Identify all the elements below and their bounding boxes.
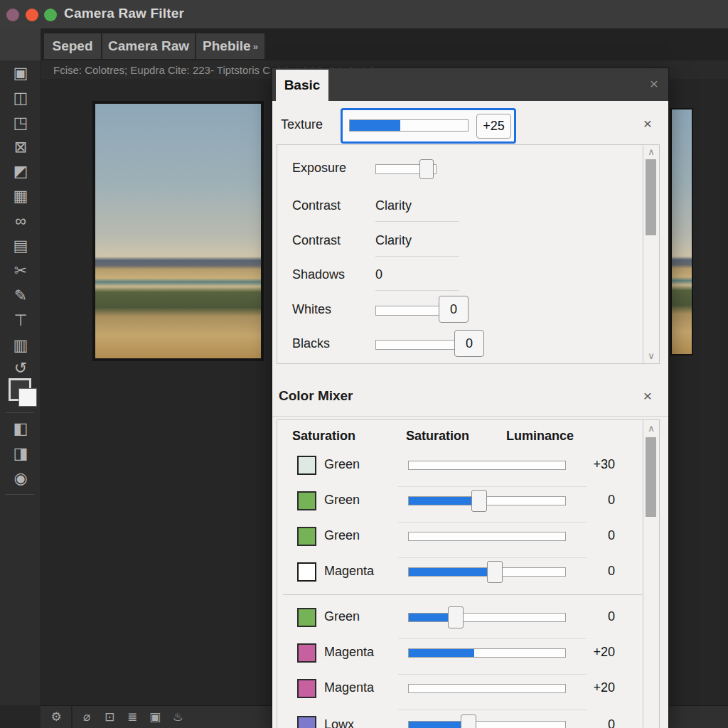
contrast-label: Contrast	[292, 233, 341, 248]
mixer-row: Green +30	[277, 448, 643, 483]
scroll-down-icon[interactable]: ∨	[643, 350, 659, 362]
column-saturation-1: Saturation	[292, 429, 355, 444]
mixer-slider-track[interactable]	[408, 613, 566, 622]
link-tool[interactable]: ∞	[7, 210, 34, 232]
color-swatch[interactable]	[297, 562, 316, 582]
texture-value-box[interactable]: +25	[476, 114, 511, 139]
mixer-slider-track[interactable]	[408, 648, 566, 658]
mixer-row: Green 0	[277, 519, 643, 555]
mixer-row-label: Magenta	[324, 564, 374, 579]
dialog-close-icon[interactable]: ×	[646, 76, 662, 92]
scrollbar-thumb[interactable]	[646, 159, 656, 235]
window-close-light[interactable]	[26, 9, 38, 21]
color-mixer-scrollbar[interactable]: ∧	[643, 420, 659, 728]
mixer-row-label: Green	[324, 493, 360, 508]
frame-tool[interactable]: ▦	[7, 186, 34, 207]
color-swatch[interactable]	[297, 643, 316, 663]
color-swatch[interactable]	[297, 716, 316, 728]
exposure-label: Exposure	[292, 161, 346, 176]
panel-notch	[0, 28, 41, 61]
mixer-slider-fill	[409, 568, 495, 576]
tab-seped[interactable]: Seped	[44, 33, 102, 59]
table-tool[interactable]: ▤	[7, 235, 34, 257]
layers-icon[interactable]: ◧	[7, 418, 34, 439]
preview-image[interactable]	[92, 101, 264, 361]
whites-value-box[interactable]: 0	[439, 296, 469, 323]
mixer-slider-track[interactable]	[408, 496, 566, 505]
texture-slider-focus-box[interactable]: +25	[341, 108, 516, 144]
gear-icon[interactable]: ⚙	[48, 709, 65, 726]
texture-label: Texture	[281, 117, 323, 132]
slice-tool[interactable]: ◩	[7, 161, 34, 182]
lasso-tool[interactable]: ✂	[7, 260, 34, 282]
section-separator	[283, 594, 642, 595]
basic-panel-tab[interactable]: Basic	[276, 70, 328, 101]
tab-dropdown-arrow-icon: »	[253, 41, 258, 52]
mixer-slider-fill	[409, 722, 469, 728]
color-swatch[interactable]	[297, 679, 316, 698]
tab-phebile[interactable]: Phebile »	[196, 33, 266, 59]
mixer-slider-track[interactable]	[408, 532, 566, 541]
window-zoom-light[interactable]	[44, 9, 57, 21]
mixer-row-value: 0	[558, 609, 615, 624]
mixer-slider-handle[interactable]	[487, 561, 503, 583]
crop-tool[interactable]: ⊠	[7, 136, 34, 158]
color-mixer-close-icon[interactable]: ×	[640, 388, 655, 404]
tab-phebile-label: Phebile	[203, 38, 251, 54]
contrast-label: Contrast	[292, 198, 341, 213]
camera-raw-filter-window: Camera Raw Filter Seped Camera Raw Phebi…	[0, 0, 728, 728]
rotate-tool[interactable]: ↺	[7, 358, 34, 379]
marquee-tool[interactable]: ◳	[7, 112, 34, 134]
preview-image-partial	[670, 108, 693, 355]
row-separator	[375, 256, 459, 257]
color-swatch[interactable]	[297, 491, 316, 510]
sidebar-divider	[6, 494, 34, 495]
pen-tool[interactable]: ✎	[7, 285, 34, 306]
color-swatch[interactable]	[297, 608, 316, 627]
window-minimize-light[interactable]	[6, 9, 19, 21]
display-icon[interactable]: ⊡	[101, 709, 118, 726]
title-bar: Camera Raw Filter	[0, 0, 728, 28]
exposure-slider-handle[interactable]	[419, 159, 434, 179]
type-tool[interactable]: ⊤	[7, 310, 34, 331]
mixer-slider-track[interactable]	[408, 721, 566, 728]
mixer-slider-track[interactable]	[408, 461, 566, 470]
move-tool[interactable]: ▣	[7, 63, 34, 84]
mixer-slider-fill	[409, 497, 479, 505]
link-icon[interactable]: ⌀	[78, 709, 95, 726]
row-separator	[375, 221, 459, 222]
scrollbar-thumb[interactable]	[646, 437, 656, 517]
mixer-row: Green 0	[277, 483, 643, 519]
mixer-row-label: Green	[324, 609, 360, 624]
mixer-slider-handle[interactable]	[471, 490, 487, 512]
texture-close-icon[interactable]: ×	[640, 116, 655, 132]
mixer-slider-handle[interactable]	[461, 714, 476, 728]
mixer-slider-track[interactable]	[408, 684, 566, 693]
artboard-tool[interactable]: ◫	[7, 87, 34, 109]
copy-icon[interactable]: ◨	[7, 443, 34, 464]
background-color-swatch[interactable]	[18, 388, 37, 407]
texture-slider-track[interactable]	[349, 119, 469, 132]
tool-sidebar: ▣ ◫ ◳ ⊠ ◩ ▦ ∞ ▤ ✂ ✎ ⊤ ▥ ↺ ◧ ◨ ◉	[0, 60, 41, 705]
color-mixer-title: Color Mixer	[279, 388, 353, 404]
bottom-bar-divider	[71, 706, 73, 728]
window-title: Camera Raw Filter	[64, 6, 184, 21]
mixer-slider-handle[interactable]	[448, 606, 464, 628]
scroll-up-icon[interactable]: ∧	[643, 423, 659, 434]
image-icon[interactable]: ▣	[146, 709, 164, 726]
mask-icon[interactable]: ◉	[7, 468, 34, 489]
tab-camera-raw[interactable]: Camera Raw	[102, 33, 196, 59]
grid-tool[interactable]: ▥	[7, 335, 34, 356]
scroll-up-icon[interactable]: ∧	[643, 146, 659, 158]
foreground-background-swatch[interactable]	[9, 378, 34, 404]
blacks-value-box[interactable]: 0	[454, 330, 484, 357]
whites-slider-track[interactable]	[375, 306, 446, 316]
stamp-icon[interactable]: ♨	[169, 709, 186, 726]
basic-scrollbar[interactable]: ∧ ∨	[643, 145, 659, 363]
color-swatch[interactable]	[297, 527, 316, 546]
sidebar-divider	[6, 412, 34, 413]
folder-icon[interactable]: ≣	[124, 709, 141, 726]
blacks-slider-track[interactable]	[375, 340, 459, 350]
mixer-slider-track[interactable]	[408, 567, 566, 577]
color-swatch[interactable]	[297, 456, 316, 475]
